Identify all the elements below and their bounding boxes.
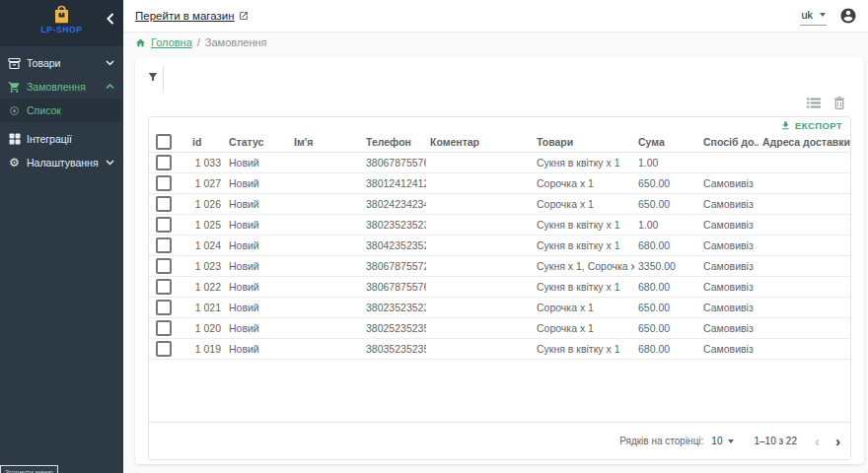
shopping-bag-icon: [53, 5, 70, 24]
cell-name: [290, 215, 362, 236]
language-select[interactable]: uk: [800, 7, 827, 26]
cell-status: Новий: [225, 215, 290, 236]
cell-sum: 680.00: [634, 277, 699, 298]
box-icon: [6, 57, 23, 70]
select-all-header: [149, 132, 188, 153]
cell-comment: [426, 236, 533, 256]
table-row[interactable]: 1 024Новий380423523523Сукня в квітку x 1…: [149, 236, 851, 256]
table-row[interactable]: 1 021Новий380235235235Сорочка x 1650.00С…: [149, 298, 851, 318]
export-button[interactable]: ЕКСПОРТ: [780, 120, 842, 131]
breadcrumb: Головна / Замовлення: [135, 36, 267, 48]
cell-sum: 650.00: [634, 194, 699, 215]
cell-comment: [426, 298, 533, 318]
row-checkbox[interactable]: [156, 155, 172, 170]
cell-address: [759, 298, 851, 318]
cell-name: [290, 173, 362, 194]
cell-status: Новий: [225, 298, 290, 318]
select-all-checkbox[interactable]: [156, 134, 172, 150]
cell-id: 1 033: [188, 153, 225, 173]
account-button[interactable]: [839, 7, 857, 25]
cell-delivery: Самовивіз: [699, 215, 759, 236]
sidebar-item-products[interactable]: Товари: [0, 51, 123, 75]
cell-address: [759, 236, 851, 256]
cell-id: 1 023: [188, 256, 225, 277]
cell-comment: [426, 339, 533, 360]
view-list-button[interactable]: [807, 98, 821, 108]
sidebar-item-label: Список: [27, 104, 114, 116]
delete-button[interactable]: [833, 97, 845, 109]
row-checkbox[interactable]: [156, 320, 172, 336]
cell-sum: 1.00: [634, 153, 699, 173]
cell-name: [290, 194, 362, 215]
orders-table: idСтатусІм'яТелефонКоментарТовариСумаСпо…: [149, 132, 851, 360]
cell-delivery: Самовивіз: [699, 339, 759, 360]
table-header-row: idСтатусІм'яТелефонКоментарТовариСумаСпо…: [149, 132, 851, 153]
sidebar-item-settings[interactable]: ⚙ Налаштування: [0, 151, 123, 174]
column-header-comment: Коментар: [426, 132, 533, 153]
row-checkbox[interactable]: [156, 217, 172, 233]
rows-per-page-value: 10: [711, 436, 722, 446]
logo-text: LP-SHOP: [0, 25, 123, 34]
row-checkbox[interactable]: [156, 196, 172, 212]
cell-id: 1 021: [188, 298, 225, 318]
cell-products: Сорочка x 1: [533, 194, 634, 215]
rows-per-page-select[interactable]: 10: [711, 436, 734, 446]
row-checkbox[interactable]: [156, 279, 172, 295]
table-row[interactable]: 1 026Новий380242342342Сорочка x 1650.00С…: [149, 194, 851, 215]
cell-address: [759, 173, 851, 194]
orders-table-card: ЕКСПОРТ idСтатусІм'яТелефонКоментарТовар…: [148, 116, 851, 460]
cell-status: Новий: [225, 318, 290, 339]
cell-id: 1 019: [188, 339, 225, 360]
row-checkbox[interactable]: [156, 175, 172, 191]
row-checkbox[interactable]: [156, 300, 172, 315]
cell-id: 1 026: [188, 194, 225, 215]
logo[interactable]: LP-SHOP: [0, 5, 123, 34]
table-row[interactable]: 1 020Новий380252352352Сорочка x 1650.00С…: [149, 318, 851, 339]
sidebar-header: LP-SHOP: [0, 0, 123, 46]
external-link-icon: [239, 11, 249, 21]
cell-status: Новий: [225, 339, 290, 360]
home-icon: [135, 37, 146, 48]
row-checkbox[interactable]: [156, 258, 172, 274]
sidebar-item-orders-list[interactable]: Список: [0, 99, 123, 122]
table-row[interactable]: 1 019Новий380352352353Сукня в квітку x 1…: [149, 339, 851, 360]
table-row[interactable]: 1 022Новий380678755765Сукня в квітку x 1…: [149, 277, 851, 298]
table-actions: [807, 97, 845, 109]
topbar-right: uk: [800, 7, 857, 26]
cell-delivery: Самовивіз: [699, 277, 759, 298]
row-checkbox[interactable]: [156, 341, 172, 357]
table-row[interactable]: 1 023Новий380678755722Сукня x 1, Сорочка…: [149, 256, 851, 277]
next-page-button[interactable]: ›: [835, 434, 840, 448]
collapse-menu-tooltip: Згорнути меню: [0, 465, 58, 473]
cell-products: Сорочка x 1: [533, 173, 634, 194]
breadcrumb-home-link[interactable]: Головна: [151, 36, 192, 48]
sidebar-nav: Товари Замовлення Список: [0, 46, 123, 174]
cell-comment: [426, 153, 533, 173]
row-checkbox[interactable]: [156, 237, 172, 253]
sidebar-item-orders[interactable]: Замовлення: [0, 75, 123, 99]
previous-page-button[interactable]: ‹: [815, 434, 820, 448]
filter-button[interactable]: [147, 71, 159, 83]
table-row[interactable]: 1 025Новий380235235235Сукня в квітку x 1…: [149, 215, 851, 236]
column-header-status: Статус: [225, 132, 290, 153]
table-row[interactable]: 1 033Новий380678755765Сукня в квітку x 1…: [149, 153, 851, 173]
toolbar-divider: [163, 66, 164, 93]
go-to-shop-link[interactable]: Перейти в магазин: [135, 10, 249, 22]
sidebar-item-integrations[interactable]: Інтеграції: [0, 127, 123, 151]
collapse-sidebar-button[interactable]: [107, 13, 114, 25]
sidebar: LP-SHOP Товари: [0, 0, 123, 473]
cell-products: Сукня в квітку x 1: [533, 277, 634, 298]
cell-delivery: Самовивіз: [699, 256, 759, 277]
go-to-shop-label: Перейти в магазин: [135, 10, 235, 22]
column-header-id: id: [188, 132, 225, 153]
cell-name: [290, 256, 362, 277]
sidebar-item-label: Замовлення: [27, 81, 106, 93]
topbar: Перейти в магазин uk: [123, 0, 868, 33]
chevron-down-icon: [106, 60, 114, 66]
cell-products: Сукня в квітку x 1: [533, 236, 634, 256]
table-row[interactable]: 1 027Новий380124124124Сорочка x 1650.00С…: [149, 173, 851, 194]
cell-comment: [426, 277, 533, 298]
cell-sum: 650.00: [634, 173, 699, 194]
cell-products: Сукня в квітку x 1: [533, 339, 634, 360]
cell-address: [759, 277, 851, 298]
